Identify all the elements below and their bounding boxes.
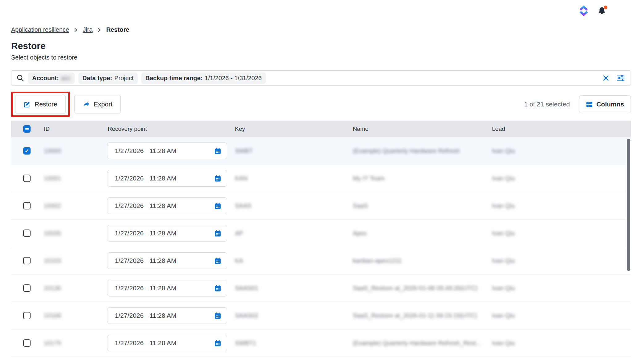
select-all-checkbox[interactable] — [23, 125, 31, 133]
row-checkbox[interactable] — [23, 284, 31, 292]
topbar — [578, 2, 631, 20]
recovery-point-date-input[interactable]: 1/27/2026 11:28 AM — [107, 197, 227, 214]
table-row[interactable]: 10000 1/27/2026 11:28 AM SWBT (Example) … — [11, 137, 631, 165]
date-value: 1/27/2026 — [115, 339, 144, 347]
chip-label: Account: — [32, 75, 59, 82]
table-row[interactable]: 10168 1/27/2026 11:28 AM SAAS02 SaaS_Res… — [11, 302, 631, 329]
cell-id: 10175 — [43, 340, 107, 347]
row-checkbox[interactable] — [23, 339, 31, 347]
table-row[interactable]: 10175 1/27/2026 11:28 AM SWBT1 (Example)… — [11, 329, 631, 357]
row-checkbox[interactable] — [23, 202, 31, 209]
cell-id: 10168 — [43, 312, 107, 319]
row-checkbox[interactable] — [23, 230, 31, 237]
calendar-icon[interactable] — [214, 284, 222, 292]
row-checkbox[interactable] — [23, 257, 31, 264]
calendar-icon[interactable] — [214, 312, 222, 320]
time-value: 11:28 AM — [149, 202, 176, 209]
export-button[interactable]: Export — [74, 95, 121, 114]
cell-name: kanban-apex1211 — [352, 257, 491, 264]
cell-key: KA — [234, 257, 352, 264]
cell-key: KAN — [234, 175, 352, 182]
recovery-point-date-input[interactable]: 1/27/2026 11:28 AM — [107, 252, 227, 269]
notifications-bell-icon[interactable] — [598, 6, 606, 15]
table-row[interactable]: 10002 1/27/2026 11:28 AM SAAS SaaS Ivan … — [11, 192, 631, 220]
table-row[interactable]: 10001 1/27/2026 11:28 AM KAN My IT Team … — [11, 165, 631, 192]
recovery-point-date-input[interactable]: 1/27/2026 11:28 AM — [107, 280, 227, 296]
time-value: 11:28 AM — [149, 312, 176, 319]
time-value: 11:28 AM — [149, 147, 176, 155]
row-checkbox[interactable] — [23, 175, 31, 182]
date-value: 1/27/2026 — [115, 202, 144, 209]
cell-key: AP — [234, 230, 352, 237]
filter-chip-account[interactable]: Account: acc — [28, 72, 75, 84]
breadcrumb: Application resilience Jira Restore — [11, 0, 631, 33]
ai-sparkle-icon[interactable] — [578, 6, 589, 16]
cell-lead: Ivan Qiu — [491, 175, 631, 182]
recovery-point-date-input[interactable]: 1/27/2026 11:28 AM — [107, 143, 227, 159]
row-checkbox[interactable] — [23, 147, 31, 155]
breadcrumb-link-jira[interactable]: Jira — [83, 26, 93, 33]
cell-lead: Ivan Qiu — [491, 257, 631, 264]
table-row[interactable]: 10035 1/27/2026 11:28 AM AP Apex Ivan Qi… — [11, 220, 631, 247]
time-value: 11:28 AM — [149, 230, 176, 237]
cell-key: SAAS01 — [234, 285, 352, 292]
cell-id: 10001 — [43, 175, 107, 182]
recovery-point-date-input[interactable]: 1/27/2026 11:28 AM — [107, 335, 227, 351]
calendar-icon[interactable] — [214, 175, 222, 182]
notification-badge — [604, 6, 607, 9]
recovery-point-date-input[interactable]: 1/27/2026 11:28 AM — [107, 307, 227, 324]
columns-button[interactable]: Columns — [579, 95, 631, 113]
breadcrumb-link-application-resilience[interactable]: Application resilience — [11, 26, 69, 33]
columns-button-label: Columns — [596, 101, 624, 108]
restore-objects-table: ID Recovery point Key Name Lead 10000 1/… — [11, 121, 631, 357]
cell-key: SWBT — [234, 147, 352, 155]
date-value: 1/27/2026 — [115, 284, 144, 292]
filter-sliders-icon[interactable] — [615, 72, 626, 84]
export-button-label: Export — [94, 101, 113, 108]
cell-lead: Ivan Qiu — [491, 285, 631, 292]
calendar-icon[interactable] — [214, 147, 222, 155]
date-value: 1/27/2026 — [115, 312, 144, 319]
vertical-scrollbar[interactable] — [627, 139, 630, 271]
filter-chip-backup-time-range[interactable]: Backup time range: 1/1/2026 - 1/31/2026 — [141, 72, 266, 84]
header-key: Key — [234, 126, 352, 132]
calendar-icon[interactable] — [214, 257, 222, 265]
cell-name: SaaS — [352, 202, 491, 209]
cell-name: Apex — [352, 230, 491, 237]
cell-lead: Ivan Qiu — [491, 312, 631, 319]
time-value: 11:28 AM — [149, 284, 176, 292]
cell-key: SAAS02 — [234, 312, 352, 319]
recovery-point-date-input[interactable]: 1/27/2026 11:28 AM — [107, 225, 227, 242]
search-filter-bar[interactable]: Account: acc Data type: Project Backup t… — [11, 70, 631, 86]
filter-chip-data-type[interactable]: Data type: Project — [78, 72, 138, 84]
restore-page: Application resilience Jira Restore Rest… — [0, 0, 642, 364]
table-body: 10000 1/27/2026 11:28 AM SWBT (Example) … — [11, 137, 631, 357]
cell-name: (Example) Quarterly Hardware Refresh — [352, 147, 491, 155]
page-subtitle: Select objects to restore — [11, 54, 631, 61]
restore-button[interactable]: Restore — [15, 95, 66, 114]
page-title: Restore — [11, 41, 631, 51]
search-icon — [16, 74, 24, 82]
user-avatar[interactable] — [615, 3, 631, 19]
export-arrow-icon — [83, 101, 90, 108]
table-row[interactable]: 10103 1/27/2026 11:28 AM KA kanban-apex1… — [11, 247, 631, 275]
header-name: Name — [352, 126, 491, 132]
recovery-point-date-input[interactable]: 1/27/2026 11:28 AM — [107, 170, 227, 187]
breadcrumb-current: Restore — [106, 26, 129, 33]
clear-filters-icon[interactable] — [600, 72, 611, 84]
time-value: 11:28 AM — [149, 175, 176, 182]
calendar-icon[interactable] — [214, 339, 222, 347]
table-header-row: ID Recovery point Key Name Lead — [11, 121, 631, 137]
calendar-icon[interactable] — [214, 202, 222, 210]
cell-id: 10002 — [43, 202, 107, 209]
chip-value-redacted: acc — [61, 75, 71, 82]
cell-id: 10103 — [43, 257, 107, 264]
columns-grid-icon — [586, 101, 593, 108]
table-row[interactable]: 10136 1/27/2026 11:28 AM SAAS01 SaaS_Res… — [11, 275, 631, 302]
row-checkbox[interactable] — [23, 312, 31, 319]
annotation-highlight-box: Restore — [11, 92, 70, 117]
header-recovery-point: Recovery point — [107, 126, 234, 132]
calendar-icon[interactable] — [214, 230, 222, 237]
time-value: 11:28 AM — [149, 339, 176, 347]
header-id: ID — [43, 126, 107, 132]
